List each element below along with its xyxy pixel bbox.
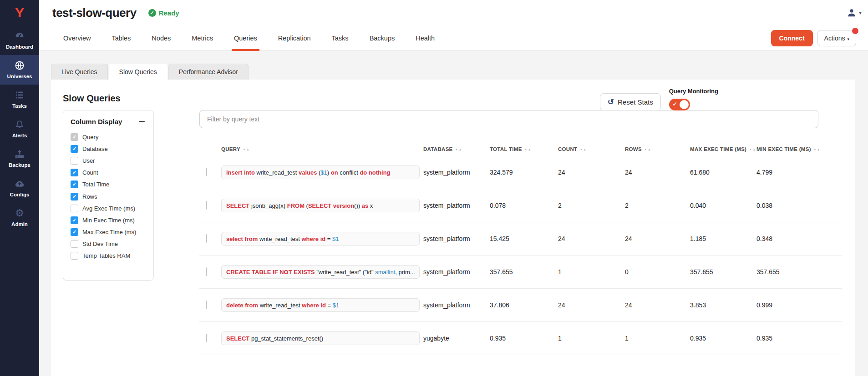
subtab-performance-advisor[interactable]: Performance Advisor bbox=[168, 64, 249, 80]
query-code[interactable]: SELECT pg_stat_statements_reset() bbox=[221, 331, 420, 345]
nav-tab-backups[interactable]: Backups bbox=[359, 25, 406, 51]
column-option-database[interactable]: ✓ Database bbox=[71, 143, 146, 155]
database-cell: system_platform bbox=[423, 301, 490, 309]
sort-icon[interactable]: ▼▲ bbox=[524, 148, 532, 151]
column-option-temp-tables-ram[interactable]: ✓ Temp Tables RAM bbox=[71, 250, 146, 262]
user-menu[interactable]: ▾ bbox=[840, 0, 868, 25]
nav-tab-tables[interactable]: Tables bbox=[101, 25, 141, 51]
column-header-count[interactable]: COUNT ▼▲ bbox=[558, 146, 625, 152]
nav-tab-health[interactable]: Health bbox=[405, 25, 445, 51]
column-option-avg-exec-time-ms[interactable]: ✓ Avg Exec Time (ms) bbox=[71, 202, 146, 214]
reset-stats-button[interactable]: ↺ Reset Stats bbox=[600, 93, 661, 110]
checkbox[interactable]: ✓ bbox=[71, 133, 78, 141]
nav-tab-queries[interactable]: Queries bbox=[223, 25, 268, 51]
query-code[interactable]: SELECT jsonb_agg(x) FROM (SELECT version… bbox=[221, 199, 420, 212]
query-monitoring-toggle[interactable]: ✓ bbox=[669, 99, 690, 110]
reset-stats-label: Reset Stats bbox=[618, 98, 653, 106]
sidebar-item-label: Admin bbox=[11, 221, 28, 227]
checkbox[interactable]: ✓ bbox=[71, 228, 78, 236]
row-checkbox-cell bbox=[199, 168, 221, 176]
check-icon: ✓ bbox=[72, 230, 76, 235]
yugabyte-logo-icon: Y bbox=[15, 6, 24, 20]
actions-button[interactable]: Actions▾ bbox=[817, 30, 856, 46]
sort-icon[interactable]: ▼▲ bbox=[243, 148, 250, 151]
sort-icon[interactable]: ▼▲ bbox=[749, 148, 756, 151]
checkbox[interactable]: ✓ bbox=[71, 252, 78, 260]
ready-check-icon: ✓ bbox=[148, 9, 156, 17]
column-option-total-time[interactable]: ✓ Total Time bbox=[71, 179, 146, 191]
rows-cell: 0 bbox=[625, 268, 690, 276]
column-option-std-dev-time[interactable]: ✓ Std Dev Time bbox=[71, 238, 146, 250]
checkbox[interactable]: ✓ bbox=[71, 193, 78, 201]
max-exec-time-cell: 1.185 bbox=[690, 235, 756, 242]
nav-tab-replication[interactable]: Replication bbox=[268, 25, 321, 51]
sidebar-item-alerts[interactable]: Alerts bbox=[0, 114, 39, 144]
checkbox[interactable]: ✓ bbox=[71, 157, 78, 165]
column-option-min-exec-time-ms[interactable]: ✓ Min Exec Time (ms) bbox=[71, 214, 146, 226]
connect-button[interactable]: Connect bbox=[771, 30, 813, 46]
query-filter-input[interactable] bbox=[199, 110, 818, 128]
row-checkbox[interactable] bbox=[206, 301, 207, 309]
column-option-max-exec-time-ms[interactable]: ✓ Max Exec Time (ms) bbox=[71, 226, 146, 238]
check-icon: ✓ bbox=[72, 135, 76, 140]
sort-icon[interactable]: ▼▲ bbox=[644, 148, 651, 151]
nav-tab-overview[interactable]: Overview bbox=[53, 25, 101, 51]
chevron-down-icon: ▾ bbox=[847, 37, 849, 41]
sort-icon[interactable]: ▼▲ bbox=[579, 148, 587, 151]
rows-cell: 24 bbox=[625, 169, 690, 176]
sidebar-item-label: Backups bbox=[9, 162, 30, 168]
query-cell: select from write_read_test where id = $… bbox=[221, 232, 423, 246]
sort-icon[interactable]: ▼▲ bbox=[813, 148, 821, 151]
table-row: SELECT pg_stat_statements_reset() yugaby… bbox=[199, 322, 842, 355]
sidebar-item-admin[interactable]: ⚙ Admin bbox=[0, 203, 39, 232]
slow-queries-panel: Slow Queries ↺ Reset Stats Query Monitor… bbox=[51, 80, 855, 376]
sidebar-item-label: Dashboard bbox=[6, 44, 33, 50]
subtab-slow-queries[interactable]: Slow Queries bbox=[109, 64, 168, 80]
column-header-label: ROWS bbox=[625, 146, 642, 152]
yugabyte-logo[interactable]: Y bbox=[0, 0, 39, 25]
actions-button-label: Actions bbox=[824, 35, 845, 42]
sidebar-item-tasks[interactable]: Tasks bbox=[0, 85, 39, 114]
query-code[interactable]: CREATE TABLE IF NOT EXISTS "write_read_t… bbox=[221, 265, 420, 279]
row-checkbox[interactable] bbox=[206, 267, 207, 276]
nav-tab-nodes[interactable]: Nodes bbox=[141, 25, 181, 51]
column-option-query[interactable]: ✓ Query bbox=[71, 131, 146, 143]
query-code[interactable]: delete from write_read_test where id = $… bbox=[221, 298, 420, 312]
checkbox[interactable]: ✓ bbox=[71, 205, 78, 212]
nav-tab-tasks[interactable]: Tasks bbox=[321, 25, 359, 51]
row-checkbox[interactable] bbox=[206, 201, 207, 210]
checkbox[interactable]: ✓ bbox=[71, 240, 78, 248]
max-exec-time-cell: 0.040 bbox=[690, 202, 756, 209]
column-option-count[interactable]: ✓ Count bbox=[71, 167, 146, 179]
sidebar-item-dashboard[interactable]: Dashboard bbox=[0, 25, 39, 55]
column-header-total-time[interactable]: TOTAL TIME ▼▲ bbox=[490, 146, 558, 152]
row-checkbox[interactable] bbox=[206, 234, 207, 243]
checkbox[interactable]: ✓ bbox=[71, 169, 78, 176]
query-code[interactable]: insert into write_read_test values ($1) … bbox=[221, 165, 420, 179]
checkbox[interactable]: ✓ bbox=[71, 216, 78, 224]
subtab-live-queries[interactable]: Live Queries bbox=[51, 64, 108, 80]
column-header-max-exec-time-ms[interactable]: MAX EXEC TIME (MS) ▼▲ bbox=[690, 146, 756, 152]
sidebar-item-backups[interactable]: Backups bbox=[0, 144, 39, 173]
checkbox[interactable]: ✓ bbox=[71, 180, 78, 188]
row-checkbox[interactable] bbox=[206, 334, 207, 342]
checkbox[interactable]: ✓ bbox=[71, 145, 78, 153]
min-exec-time-cell: 0.999 bbox=[756, 301, 841, 309]
reset-icon: ↺ bbox=[608, 98, 614, 106]
sidebar-item-universes[interactable]: Universes bbox=[0, 55, 39, 85]
column-option-user[interactable]: ✓ User bbox=[71, 155, 146, 166]
query-code[interactable]: select from write_read_test where id = $… bbox=[221, 232, 420, 246]
column-header-min-exec-time-ms[interactable]: MIN EXEC TIME (MS) ▼▲ bbox=[756, 146, 841, 152]
column-header-query[interactable]: QUERY ▼▲ bbox=[221, 146, 423, 152]
column-header-database[interactable]: DATABASE ▼▲ bbox=[423, 146, 490, 152]
row-checkbox[interactable] bbox=[206, 168, 207, 176]
sort-icon[interactable]: ▼▲ bbox=[455, 148, 462, 151]
column-option-rows[interactable]: ✓ Rows bbox=[71, 191, 146, 202]
database-cell: system_platform bbox=[423, 202, 490, 209]
column-header-rows[interactable]: ROWS ▼▲ bbox=[625, 146, 690, 152]
nav-tab-metrics[interactable]: Metrics bbox=[181, 25, 223, 51]
count-cell: 2 bbox=[558, 202, 625, 209]
sidebar-item-configs[interactable]: Configs bbox=[0, 173, 39, 203]
collapse-column-display-button[interactable] bbox=[139, 119, 146, 125]
max-exec-time-cell: 3.853 bbox=[690, 301, 756, 309]
